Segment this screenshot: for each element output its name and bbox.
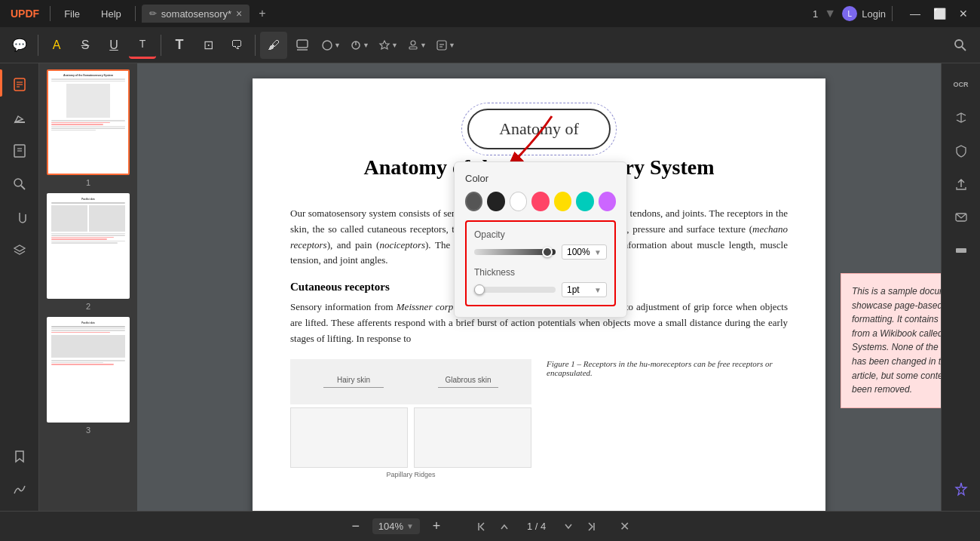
- thumbnail-2[interactable]: Pacifici skin 2: [45, 193, 131, 311]
- oval-text: Anatomy of: [499, 119, 579, 138]
- svg-marker-5: [380, 41, 389, 49]
- divider2: [135, 6, 136, 21]
- title-bar: UPDF File Help ✏ somatosensory* × + 1 ▼ …: [0, 0, 980, 27]
- opacity-slider-row: 100% ▼: [474, 244, 607, 260]
- sidebar-icon-signature[interactable]: [5, 475, 35, 505]
- thumbnail-1[interactable]: Anatomy of the Somatosensory System 1: [45, 69, 131, 187]
- opacity-thickness-section: Opacity 100% ▼ Thickness 1: [465, 220, 616, 306]
- opacity-value-box[interactable]: 100% ▼: [562, 244, 607, 260]
- search-button[interactable]: [947, 32, 974, 59]
- thickness-slider-row: 1pt ▼: [474, 282, 607, 297]
- app-logo: UPDF: [6, 6, 44, 21]
- swatch-pink[interactable]: [531, 192, 549, 211]
- pdf-viewer[interactable]: Anatomy of Anatomy of the Somatosensory …: [137, 63, 941, 511]
- strikethrough-tool-button[interactable]: S: [72, 32, 99, 59]
- draw-tool-button[interactable]: [289, 32, 316, 59]
- svg-point-2: [323, 41, 332, 50]
- glabrous-skin-label: Glabrous skin: [445, 376, 491, 384]
- nav-last-button[interactable]: [580, 516, 602, 537]
- thumbnail-num-2: 2: [86, 302, 90, 311]
- user-section[interactable]: L Login: [842, 6, 886, 21]
- right-icon-convert[interactable]: [946, 103, 976, 133]
- tab-edit-icon: ✏: [149, 8, 157, 19]
- swatch-black[interactable]: [487, 192, 504, 211]
- swatch-purple[interactable]: [599, 192, 616, 211]
- sidebar-icon-layers[interactable]: [5, 235, 35, 266]
- zoom-out-button[interactable]: −: [345, 516, 366, 537]
- comment-tool-button[interactable]: 💬: [6, 32, 33, 59]
- side-note-text: This is a sample document to showcase pa…: [852, 286, 941, 395]
- opacity-dropdown-arrow: ▼: [594, 248, 602, 257]
- thickness-thumb[interactable]: [474, 284, 485, 295]
- highlight-tool-button[interactable]: A: [43, 32, 70, 59]
- text-box-button[interactable]: ⊡: [194, 32, 222, 59]
- svg-point-21: [14, 179, 22, 186]
- thickness-track[interactable]: [474, 287, 556, 293]
- swatch-yellow[interactable]: [554, 192, 571, 211]
- svg-rect-8: [437, 41, 446, 50]
- swatch-dark-gray[interactable]: [465, 192, 482, 211]
- opacity-value: 100%: [567, 247, 590, 257]
- shapes-button[interactable]: ▼: [317, 32, 345, 59]
- svg-point-6: [411, 41, 415, 45]
- thumbnail-3[interactable]: Pacifici skin 3: [45, 317, 131, 435]
- nav-next-button[interactable]: [558, 516, 579, 537]
- swatch-white[interactable]: [510, 192, 527, 211]
- text-color-button[interactable]: T: [129, 32, 156, 59]
- sidebar-icon-bookmark[interactable]: [5, 441, 35, 472]
- right-icon-ocr[interactable]: OCR: [946, 69, 976, 100]
- sticker-button[interactable]: ▼: [432, 32, 459, 59]
- close-button[interactable]: ✕: [953, 3, 974, 24]
- nav-prev-button[interactable]: [494, 516, 515, 537]
- tab-close-button[interactable]: ×: [236, 8, 242, 20]
- right-icon-redact[interactable]: [946, 235, 976, 266]
- main-layout: Anatomy of the Somatosensory System 1: [0, 63, 980, 511]
- toolbar: 💬 A S U T T ⊡ 🗨 🖌 ▼ ▼ ▼ ▼: [0, 27, 980, 63]
- star-button[interactable]: ▼: [375, 32, 402, 59]
- right-icon-share[interactable]: [946, 169, 976, 199]
- svg-rect-27: [956, 248, 966, 253]
- right-icon-mail[interactable]: [946, 202, 976, 232]
- underline-tool-button[interactable]: U: [100, 32, 127, 59]
- svg-rect-7: [409, 47, 417, 49]
- svg-marker-23: [14, 245, 25, 251]
- sidebar-icon-pages[interactable]: [5, 69, 35, 100]
- maximize-button[interactable]: ⬜: [929, 3, 950, 24]
- paint-tool-button[interactable]: 🖌: [260, 32, 287, 59]
- nav-first-button[interactable]: [471, 516, 492, 537]
- left-sidebar: [0, 63, 39, 511]
- sidebar-icon-highlight[interactable]: [5, 103, 35, 133]
- swatch-teal[interactable]: [576, 192, 593, 211]
- opacity-thumb[interactable]: [542, 247, 553, 257]
- svg-point-11: [955, 40, 963, 48]
- text-tool-button[interactable]: T: [166, 32, 193, 59]
- svg-line-12: [962, 47, 966, 51]
- right-icon-ai[interactable]: [946, 475, 976, 505]
- measure-button[interactable]: ▼: [346, 32, 373, 59]
- menu-file[interactable]: File: [57, 5, 87, 23]
- minimize-button[interactable]: —: [905, 3, 926, 24]
- login-label: Login: [862, 8, 886, 20]
- opacity-track[interactable]: [474, 249, 556, 255]
- zoom-display[interactable]: 104% ▼: [372, 518, 420, 534]
- sidebar-icon-attachments[interactable]: [5, 202, 35, 232]
- zoom-in-button[interactable]: +: [426, 516, 447, 537]
- svg-rect-17: [14, 121, 25, 123]
- thumbnail-img-1: Anatomy of the Somatosensory System: [47, 69, 130, 175]
- add-tab-button[interactable]: +: [259, 7, 265, 20]
- menu-help[interactable]: Help: [93, 5, 129, 23]
- bottom-close-button[interactable]: ✕: [614, 516, 635, 537]
- callout-button[interactable]: 🗨: [223, 32, 250, 59]
- stamp-button[interactable]: ▼: [403, 32, 430, 59]
- sidebar-icon-bookmarks[interactable]: [5, 136, 35, 166]
- thumbnail-num-1: 1: [86, 178, 90, 187]
- divider: [50, 6, 51, 21]
- svg-line-22: [21, 186, 25, 189]
- active-tab[interactable]: ✏ somatosensory* ×: [142, 5, 250, 23]
- thickness-value-box[interactable]: 1pt ▼: [562, 282, 607, 297]
- right-icon-protect[interactable]: [946, 136, 976, 166]
- toolbar-sep-1: [38, 35, 38, 56]
- color-popup-title: Color: [465, 173, 616, 184]
- svg-rect-0: [297, 40, 308, 48]
- sidebar-icon-search[interactable]: [5, 169, 35, 199]
